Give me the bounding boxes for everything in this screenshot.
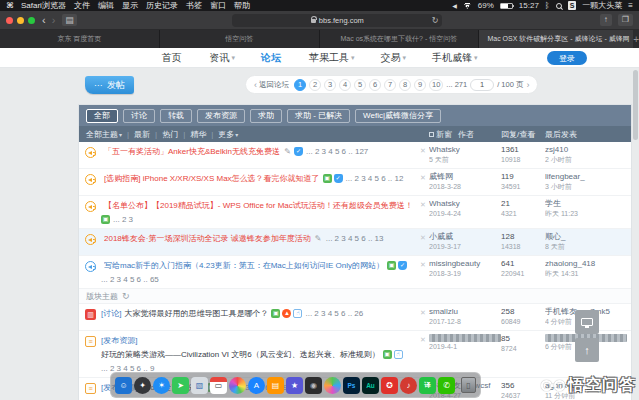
netease-music[interactable]: ♪: [400, 377, 417, 394]
wifi-icon[interactable]: [463, 2, 472, 9]
page-number[interactable]: 1: [294, 79, 306, 91]
clock[interactable]: 15:27: [519, 1, 539, 10]
nav-item[interactable]: 手机威锋 ▾: [432, 51, 478, 65]
page-number[interactable]: 2: [309, 79, 321, 91]
page-number[interactable]: 10: [429, 79, 443, 91]
nav-item[interactable]: 苹果工具 ▾: [309, 51, 355, 65]
close-topic-icon[interactable]: ✕: [417, 259, 429, 269]
reload-icon[interactable]: ↻: [432, 16, 439, 25]
author-name[interactable]: Whatsky: [429, 145, 501, 155]
menu-item[interactable]: 编辑: [98, 0, 114, 11]
new-post-button[interactable]: ⋯ 发帖: [85, 76, 134, 94]
table-row[interactable]: 2018锋友会·第一场深圳活动全记录 诚邀锋友参加年度活动 ✎ ... 2 3 …: [79, 229, 631, 256]
docs-app[interactable]: ▤: [267, 377, 284, 394]
last-reply-user[interactable]: zhaolong_418: [545, 259, 627, 269]
browser-tab[interactable]: 悟空问答: [160, 30, 320, 48]
page-number[interactable]: 4: [339, 79, 351, 91]
topic-title[interactable]: 2018锋友会·第一场深圳活动全记录 诚邀锋友参加年度活动: [104, 233, 311, 244]
topic-tag[interactable]: [发布资源]: [101, 335, 137, 346]
author-name[interactable]: Whatsky: [429, 199, 501, 209]
table-row[interactable]: ≡ [发布资源] 好玩的策略类游戏——Civilization VI 文明6（风…: [79, 331, 631, 378]
red-app[interactable]: ✪: [381, 377, 398, 394]
photos[interactable]: [229, 377, 246, 394]
page-number[interactable]: 3: [324, 79, 336, 91]
author-name[interactable]: missingbeauty: [429, 259, 501, 269]
menu-item[interactable]: 窗口: [210, 0, 226, 11]
browser-tab[interactable]: 京东 百度首页: [0, 30, 160, 48]
new-tab-button[interactable]: +: [633, 30, 639, 48]
menu-item[interactable]: Safari浏览器: [21, 0, 66, 11]
menu-item[interactable]: 文件: [74, 0, 90, 11]
author-name[interactable]: 威锋网: [429, 172, 501, 182]
refresh-icon[interactable]: ↻: [122, 291, 130, 301]
nav-item[interactable]: 论坛: [261, 51, 283, 65]
topic-title[interactable]: [选购指南] iPhone X/XR/XS/XS Max怎么选？看完你就知道了: [104, 173, 320, 184]
minimize-window-button[interactable]: [17, 17, 24, 24]
topic-tag[interactable]: [讨论]: [101, 308, 121, 319]
topic-page-links[interactable]: ... 2 3 4 5 6 .. 13: [326, 233, 384, 244]
browser-tab[interactable]: Mac os系统在哪里下载什? - 悟空问答: [320, 30, 480, 48]
menubar-username[interactable]: 一颗大头菜: [582, 0, 622, 11]
topic-page-links[interactable]: ... 2 3: [113, 214, 133, 225]
topic-page-links[interactable]: ... 2 3 4 5 6 .. 26: [305, 308, 363, 319]
browser-tab[interactable]: Mac OSX 软件破解分享区 - 威锋论坛 - 威锋网: [479, 30, 639, 48]
topic-title[interactable]: 「五一有奖活动」Anker快充&Belkin无线充免费送: [104, 146, 280, 157]
forward-button[interactable]: ›: [52, 15, 56, 26]
filter-tab[interactable]: Wefic|威锋微信分享: [355, 109, 441, 123]
topic-page-links[interactable]: ... 2 3 4 5 6 .. 12: [346, 173, 404, 184]
menu-item[interactable]: 书签: [186, 0, 202, 11]
preview-app[interactable]: ▧: [191, 377, 208, 394]
menu-item[interactable]: 显示: [122, 0, 138, 11]
filter-tab[interactable]: 求助 - 已解决: [287, 109, 350, 123]
color-app[interactable]: [324, 377, 341, 394]
topic-title[interactable]: 大家觉得最好用的思维导图工具是哪个？: [124, 308, 268, 319]
last-reply-time[interactable]: 昨天 14:31: [545, 269, 627, 279]
last-reply-user[interactable]: lifengbear_: [545, 172, 627, 182]
green-app[interactable]: 译: [419, 377, 436, 394]
last-reply-time[interactable]: 2 小时前: [545, 155, 627, 165]
page-number[interactable]: 8: [399, 79, 411, 91]
page-number[interactable]: 5: [354, 79, 366, 91]
author-name[interactable]: [429, 334, 501, 342]
topic-title[interactable]: 好玩的策略类游戏——Civilization VI 文明6（风云变幻、迭起兴衰、…: [101, 349, 380, 360]
sort-more[interactable]: 更多▾: [218, 129, 238, 140]
input-method-icon[interactable]: S: [568, 1, 577, 10]
address-bar[interactable]: bbs.feng.com ↻: [232, 14, 442, 27]
close-topic-icon[interactable]: ✕: [417, 172, 429, 182]
calendar[interactable]: ▭: [210, 377, 227, 394]
table-row[interactable]: 写给mac新手的入门指南（4.23更新：第五：在Mac上如何访问IE Only的…: [79, 256, 631, 289]
back-to-forum-link[interactable]: ‹ 返回论坛: [254, 80, 289, 90]
back-button[interactable]: ‹: [42, 15, 46, 26]
page-number[interactable]: ... 271: [446, 79, 467, 91]
filter-tab[interactable]: 讨论: [123, 109, 155, 123]
desktop-version-button[interactable]: [575, 310, 599, 334]
sort-latest[interactable]: 最新: [134, 129, 150, 140]
topic-page-links[interactable]: ... 2 3 4 5 6 .. 127: [306, 146, 368, 157]
page-number[interactable]: 6: [369, 79, 381, 91]
last-reply-time[interactable]: 3 小时前: [545, 182, 627, 192]
notification-center-icon[interactable]: ≡: [628, 1, 633, 10]
topic-title[interactable]: 【名单公布】【2019精品试玩】- WPS Office for Mac试玩活动…: [104, 200, 413, 211]
table-row[interactable]: 【名单公布】【2019精品试玩】- WPS Office for Mac试玩活动…: [79, 196, 631, 229]
trash[interactable]: ▯: [461, 377, 476, 393]
audition[interactable]: Au: [362, 377, 379, 394]
final-cut-app[interactable]: ◉: [305, 377, 322, 394]
last-reply-user[interactable]: 学生: [545, 199, 627, 209]
filter-tab[interactable]: 转载: [160, 109, 192, 123]
close-topic-icon[interactable]: ✕: [417, 199, 429, 209]
menu-item[interactable]: 帮助: [234, 0, 250, 11]
last-reply-user[interactable]: zsj410: [545, 145, 627, 155]
zoom-window-button[interactable]: [28, 17, 35, 24]
close-topic-icon[interactable]: ✕: [417, 145, 429, 155]
author-name[interactable]: smallzlu: [429, 307, 501, 317]
filter-tab[interactable]: 全部: [86, 109, 118, 123]
last-reply-time[interactable]: 8 天前: [545, 242, 627, 252]
table-row[interactable]: 「五一有奖活动」Anker快充&Belkin无线充免费送 ✎✓ ... 2 3 …: [79, 142, 631, 169]
last-reply-user[interactable]: 顺心_: [545, 232, 627, 242]
sort-digest[interactable]: 精华: [190, 129, 206, 140]
nav-item[interactable]: 交易 ▾: [381, 51, 407, 65]
close-topic-icon[interactable]: ✕: [417, 334, 429, 344]
last-reply-time[interactable]: 昨天 11:23: [545, 209, 627, 219]
topic-page-links[interactable]: ... 2 3 4 5 6 .. 65: [101, 274, 159, 285]
sidebar-icon[interactable]: ▤: [62, 14, 77, 26]
